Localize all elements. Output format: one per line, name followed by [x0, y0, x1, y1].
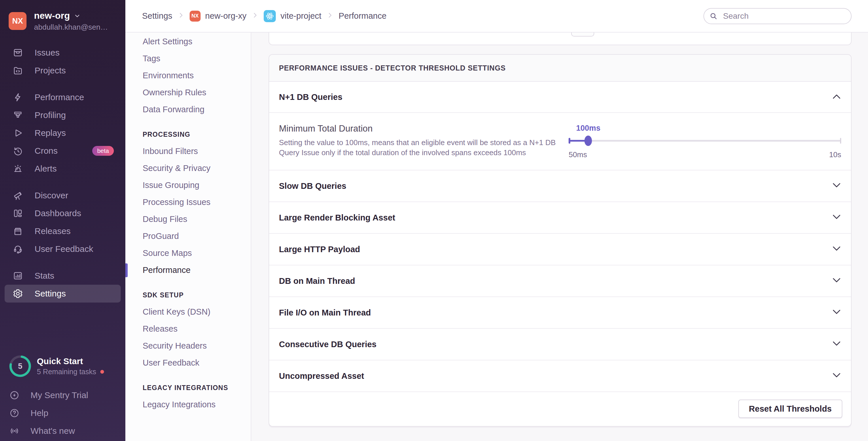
react-platform-icon	[264, 10, 276, 22]
settings-nav-user-feedback[interactable]: User Feedback	[125, 354, 251, 371]
sidebar-item-releases[interactable]: Releases	[0, 222, 125, 240]
sidebar-item-discover[interactable]: Discover	[0, 186, 125, 204]
settings-nav-environments[interactable]: Environments	[125, 67, 251, 84]
accordion-large-http-payload[interactable]: Large HTTP Payload	[269, 234, 851, 265]
sidebar-item-my-sentry-trial[interactable]: My Sentry Trial	[9, 386, 120, 404]
sidebar-item-label: Stats	[35, 271, 54, 281]
settings-nav-ownership-rules[interactable]: Ownership Rules	[125, 84, 251, 101]
primary-sidebar: NX new-org abdullah.khan@sen… Issues Pro…	[0, 0, 125, 441]
chevron-down-icon[interactable]	[832, 341, 841, 348]
user-feedback-icon	[13, 244, 23, 254]
sidebar-item-label: Profiling	[35, 110, 66, 120]
search-input[interactable]	[704, 8, 851, 24]
settings-nav-debug-files[interactable]: Debug Files	[125, 211, 251, 228]
slider-end-tick	[840, 138, 841, 144]
settings-nav-performance[interactable]: Performance	[125, 262, 251, 279]
sidebar-item-settings[interactable]: Settings	[5, 285, 121, 303]
sidebar-item-label: Replays	[35, 128, 66, 138]
sidebar-item-replays[interactable]: Replays	[0, 124, 125, 142]
chevron-up-icon[interactable]	[832, 94, 841, 100]
settings-nav-processing-issues[interactable]: Processing Issues	[125, 194, 251, 211]
sidebar-item-dashboards[interactable]: Dashboards	[0, 204, 125, 222]
stats-icon	[13, 271, 23, 281]
sidebar-item-whats-new[interactable]: What's new	[9, 422, 120, 440]
beta-badge: beta	[92, 146, 114, 156]
chevron-down-icon[interactable]	[832, 309, 841, 316]
settings-nav-inbound-filters[interactable]: Inbound Filters	[125, 143, 251, 160]
settings-nav-alert-settings[interactable]: Alert Settings	[125, 33, 251, 50]
settings-nav-client-keys[interactable]: Client Keys (DSN)	[125, 303, 251, 320]
slider-min-label: 50ms	[568, 150, 587, 159]
duration-slider: 100ms 50ms 10s	[568, 124, 841, 162]
slider-max-label: 10s	[829, 150, 841, 159]
quick-start-progress-ring: 5	[9, 354, 32, 378]
sidebar-item-label: Issues	[35, 48, 60, 58]
org-badge: NX	[190, 11, 200, 22]
slider-thumb[interactable]	[584, 136, 592, 146]
releases-icon	[13, 226, 23, 236]
notification-dot	[100, 370, 104, 374]
breadcrumb-page: Performance	[339, 11, 386, 21]
chevron-down-icon[interactable]	[832, 372, 841, 379]
accordion-uncompressed-asset[interactable]: Uncompressed Asset	[269, 361, 851, 392]
chevron-down-icon[interactable]	[832, 246, 841, 253]
settings-nav-releases[interactable]: Releases	[125, 320, 251, 337]
settings-nav-data-forwarding[interactable]: Data Forwarding	[125, 101, 251, 118]
panel-footer: Reset All Thresholds	[269, 392, 851, 426]
slider-track[interactable]	[568, 140, 841, 142]
app-root: NX new-org abdullah.khan@sen… Issues Pro…	[0, 0, 868, 441]
quick-start-panel[interactable]: 5 Quick Start 5 Remaining tasks	[9, 354, 120, 378]
accordion-db-on-main-thread[interactable]: DB on Main Thread	[269, 265, 851, 297]
crons-icon	[13, 146, 23, 156]
breadcrumb-settings[interactable]: Settings	[142, 11, 172, 21]
settings-nav-legacy-integrations[interactable]: Legacy Integrations	[125, 396, 251, 413]
settings-nav-issue-grouping[interactable]: Issue Grouping	[125, 177, 251, 194]
sidebar-item-label: Performance	[35, 92, 84, 102]
footer-link-label: Help	[31, 408, 49, 418]
sidebar-item-stats[interactable]: Stats	[0, 267, 125, 285]
chevron-down-icon[interactable]	[832, 182, 841, 190]
chevron-right-icon	[178, 11, 184, 21]
accordion-slow-db-queries[interactable]: Slow DB Queries	[269, 170, 851, 202]
trial-icon	[9, 390, 20, 400]
org-switcher[interactable]: NX new-org abdullah.khan@sen…	[0, 0, 125, 37]
sidebar-item-user-feedback[interactable]: User Feedback	[0, 240, 125, 258]
sidebar-nav: Issues Projects Performance Profiling Re…	[0, 44, 125, 303]
sidebar-item-label: Projects	[35, 66, 66, 75]
accordion-consecutive-db-queries[interactable]: Consecutive DB Queries	[269, 329, 851, 361]
settings-nav-security-headers[interactable]: Security Headers	[125, 337, 251, 354]
footer-link-label: My Sentry Trial	[31, 391, 88, 400]
sidebar-item-alerts[interactable]: Alerts	[0, 160, 125, 178]
sidebar-item-label: Crons	[35, 146, 58, 156]
footer-link-label: What's new	[31, 426, 75, 436]
breadcrumb: Settings NX new-org-xy vite-project	[142, 10, 386, 22]
profiling-icon	[13, 110, 23, 120]
sidebar-item-projects[interactable]: Projects	[0, 62, 125, 79]
chevron-down-icon[interactable]	[832, 277, 841, 284]
sidebar-item-label: Settings	[35, 289, 66, 299]
settings-nav-security-privacy[interactable]: Security & Privacy	[125, 160, 251, 177]
accordion-n-plus-one-db-queries[interactable]: N+1 DB Queries	[269, 82, 851, 113]
issues-icon	[13, 47, 23, 58]
accordion-large-render-blocking-asset[interactable]: Large Render Blocking Asset	[269, 202, 851, 234]
discover-icon	[13, 190, 23, 201]
sidebar-item-performance[interactable]: Performance	[0, 89, 125, 106]
sidebar-item-crons[interactable]: Crons beta	[0, 142, 125, 160]
chevron-down-icon[interactable]	[832, 214, 841, 221]
sidebar-item-issues[interactable]: Issues	[0, 44, 125, 62]
performance-icon	[13, 92, 23, 102]
breadcrumb-project[interactable]: vite-project	[264, 10, 321, 22]
settings-nav-tags[interactable]: Tags	[125, 50, 251, 67]
settings-nav-proguard[interactable]: ProGuard	[125, 228, 251, 245]
slider-value-label: 100ms	[576, 124, 600, 133]
accordion-file-io-on-main-thread[interactable]: File I/O on Main Thread	[269, 297, 851, 329]
settings-secondary-nav: Alert Settings Tags Environments Ownersh…	[125, 33, 251, 441]
sidebar-item-help[interactable]: Help	[9, 404, 120, 422]
breadcrumb-organization[interactable]: NX new-org-xy	[190, 11, 246, 22]
quick-start-subtitle: 5 Remaining tasks	[37, 368, 96, 376]
cut-off-control-fragment[interactable]	[571, 33, 594, 37]
sidebar-item-profiling[interactable]: Profiling	[0, 106, 125, 124]
settings-nav-source-maps[interactable]: Source Maps	[125, 245, 251, 262]
org-avatar: NX	[9, 12, 27, 30]
reset-all-thresholds-button[interactable]: Reset All Thresholds	[738, 400, 842, 418]
